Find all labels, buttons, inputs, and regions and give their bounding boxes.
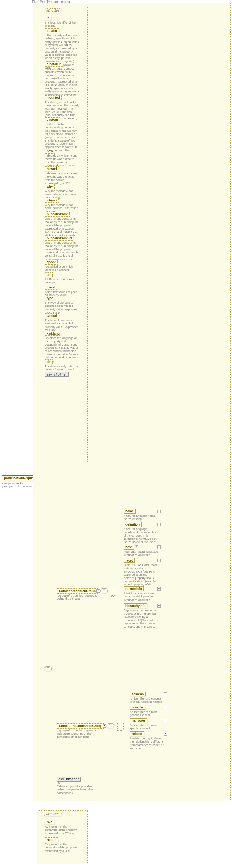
expand-icon[interactable]: +	[157, 587, 161, 591]
any-attribute: any ##other	[45, 372, 79, 377]
child-desc: A natural language name for the concept.	[124, 514, 158, 521]
attr-pubconstraint: pubconstraintOne or many constraints tha…	[45, 212, 79, 237]
attrs-label-bottom: attributes	[44, 812, 62, 816]
child-name[interactable]: narrower+	[130, 718, 147, 723]
attr-name[interactable]: pubconstrainturi	[45, 236, 73, 241]
occ-cdg: 0..∞	[111, 594, 116, 597]
attr-desc: The type of the concept assigned as cont…	[45, 301, 79, 314]
attr-name[interactable]: uri	[45, 272, 53, 277]
child-narrower: narrower+An identifier of a more specifi…	[130, 718, 165, 730]
group-cdg-desc: A group of properties required to define…	[57, 594, 98, 600]
child-name[interactable]: broader+	[130, 705, 145, 710]
attr-name[interactable]: howuri	[45, 166, 59, 171]
child-name[interactable]: related+	[130, 732, 144, 736]
attr-name[interactable]: typeuri	[45, 313, 59, 318]
child-broader: broader+An identifier of a more generic …	[130, 705, 165, 717]
diagram-root: participationRequirement A requirement f…	[0, 0, 232, 868]
expand-icon[interactable]: +	[157, 559, 161, 562]
attr-name[interactable]: literal	[45, 285, 57, 290]
attr-desc: Indicates by which means the value was e…	[45, 172, 79, 185]
expand-icon[interactable]: +	[164, 732, 167, 736]
attr-uri: uriA URI which identifies a concept.	[45, 272, 79, 284]
expand-icon[interactable]: +	[164, 692, 167, 696]
attr-desc: Specifies the language of this property …	[45, 336, 79, 363]
attr-desc: Refinement of the semantics of the prope…	[45, 825, 79, 835]
attr-roleuri: roleuriRefinement of the semantics of th…	[45, 837, 79, 852]
child-desc: An identifier of a more generic concept.	[130, 710, 165, 717]
child-name[interactable]: remoteInfo+	[124, 586, 144, 591]
expand-icon[interactable]: +	[164, 719, 167, 722]
attr-creatoruri: creatoruriIf the attribute is empty, spe…	[45, 62, 79, 100]
attr-name[interactable]: custom	[45, 117, 60, 122]
attr-name[interactable]: xml:lang	[45, 331, 62, 336]
attr-name[interactable]: type	[45, 296, 55, 301]
child-sameAs: sameAs+An identifier of a concept with e…	[130, 692, 165, 704]
child-name[interactable]: hierarchyInfo+	[124, 603, 147, 608]
child-desc: A related concept, where the relationshi…	[130, 737, 165, 750]
switch-crg	[117, 723, 124, 729]
attr-howuri: howuriIndicates by which means the value…	[45, 166, 79, 185]
expand-icon[interactable]: +	[164, 706, 167, 709]
attr-name[interactable]: roleuri	[45, 837, 58, 842]
attr-desc: Refinement of the semantics of the prope…	[45, 843, 79, 852]
child-desc: A link to an item or a web resource whic…	[124, 592, 158, 605]
occ-crg: 0..∞	[117, 729, 122, 732]
child-related: related+A related concept, where the rel…	[130, 732, 165, 750]
attr-name[interactable]: creator	[45, 28, 59, 33]
group-crg-label: ConceptRelationshipsGroup	[59, 724, 102, 728]
attr-name[interactable]: pubconstraint	[45, 212, 70, 217]
attr-xml-lang: xml:langSpecifies the language of this p…	[45, 331, 79, 363]
attr-desc: A qualified code which identifies a conc…	[45, 265, 79, 272]
attr-name[interactable]: modified	[45, 95, 62, 100]
attr-modified: modifiedThe date (and, optionally, the t…	[45, 95, 79, 120]
any-element: any ##other 0..∞ Extension point for pro…	[57, 777, 98, 795]
expand-icon[interactable]: +	[157, 509, 161, 513]
attr-name[interactable]: why	[45, 184, 55, 189]
attr-desc: One or many constraints that apply to pu…	[45, 241, 79, 261]
attr-typeuri: typeuriThe type of the concept assigned …	[45, 313, 79, 332]
expand-icon[interactable]: +	[157, 546, 161, 549]
group-crg-desc: A group of properties required to indica…	[57, 729, 98, 738]
child-name[interactable]: sameAs+	[130, 692, 145, 696]
child-desc: In NAR 1.8 and later, facet is deprecate…	[124, 563, 158, 590]
child-name[interactable]: note+	[124, 545, 134, 550]
attr-desc: A URI which identifies a concept.	[45, 278, 79, 284]
group-concept-relationships[interactable]: ConceptRelationshipsGroup +	[57, 723, 104, 728]
any-attr-label: any ##other	[45, 372, 69, 377]
attr-name[interactable]: qcode	[45, 260, 58, 265]
attr-id: idThe local identifier of the property.	[45, 16, 79, 28]
attr-name[interactable]: whyuri	[45, 198, 59, 203]
any-element-occ: 0..∞	[58, 782, 98, 785]
group-concept-definition[interactable]: ConceptDefinitionGroup +	[57, 588, 98, 594]
seq-cdg	[100, 588, 108, 593]
attr-type: typeThe type of the concept assigned as …	[45, 296, 79, 314]
child-note: note+Additional natural language informa…	[124, 545, 158, 560]
child-name: name+A natural language name for the con…	[124, 509, 158, 521]
attr-desc: The type of the concept assigned as cont…	[45, 319, 79, 332]
expand-icon[interactable]: +	[157, 604, 161, 608]
attr-role: roleRefinement of the semantics of the p…	[45, 820, 79, 835]
child-hierarchyInfo: hierarchyInfo+Represents the position of…	[124, 603, 158, 628]
expand-icon[interactable]: +	[96, 589, 100, 593]
sequence-connector-main	[44, 666, 52, 671]
attr-how: howIndicates by which means the value wa…	[45, 149, 79, 167]
expand-icon[interactable]: +	[157, 523, 161, 526]
child-desc: A natural language definition of the sem…	[124, 527, 158, 547]
child-definition: definition+A natural language definition…	[124, 522, 158, 547]
child-name[interactable]: definition+	[124, 522, 141, 527]
attr-desc: If the attribute is empty, specifies whi…	[45, 67, 79, 100]
attr-name[interactable]: how	[45, 149, 55, 154]
expand-icon[interactable]: +	[103, 724, 106, 728]
attr-name[interactable]: creatoruri	[45, 62, 63, 66]
attrs-label-top: attributes	[44, 8, 62, 13]
attr-name[interactable]: dir	[45, 360, 53, 364]
child-name[interactable]: name+	[124, 509, 136, 514]
group-cdg-label: ConceptDefinitionGroup	[59, 589, 96, 593]
attr-name[interactable]: id	[45, 16, 52, 21]
child-remoteInfo: remoteInfo+A link to an item or a web re…	[124, 586, 158, 605]
attr-why: whyWhy the metadata has been included - …	[45, 184, 79, 199]
child-desc: An identifier of a concept with equivale…	[130, 697, 165, 704]
child-name[interactable]: facet+	[124, 558, 135, 563]
attr-name[interactable]: role	[45, 820, 54, 825]
attr-literal: literalA free-text value assigned as pro…	[45, 285, 79, 297]
